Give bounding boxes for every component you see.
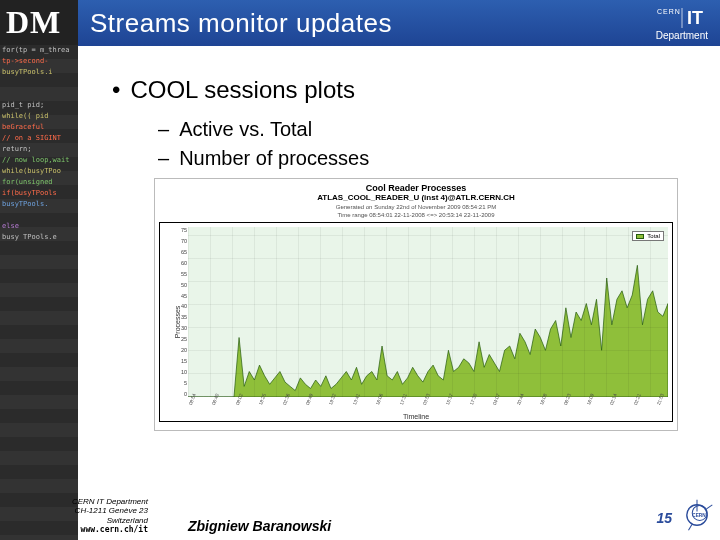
dept-url: www.cern.ch/it bbox=[18, 525, 148, 534]
svg-text:IT: IT bbox=[687, 8, 703, 28]
chart-title: Cool Reader Processes bbox=[159, 183, 673, 193]
left-sidebar: DM for(tp = m_threa tp->second- busyTPoo… bbox=[0, 0, 78, 540]
dept-l3: Switzerland bbox=[18, 516, 148, 525]
cern-logo-icon: CERN bbox=[680, 498, 714, 532]
decorative-code-art: for(tp = m_threa tp->second- busyTPools.… bbox=[0, 45, 78, 540]
dm-logo: DM bbox=[0, 0, 78, 45]
legend-label: Total bbox=[647, 233, 660, 239]
chart-generated-ts: Generated on Sunday 22nd of November 200… bbox=[159, 204, 673, 210]
area-svg bbox=[188, 227, 668, 397]
svg-text:CERN: CERN bbox=[657, 8, 681, 15]
svg-line-7 bbox=[689, 525, 692, 531]
svg-text:CERN: CERN bbox=[692, 513, 706, 518]
author: Zbigniew Baranowski bbox=[188, 518, 331, 534]
page-number: 15 bbox=[656, 510, 672, 526]
chart-subtitle: ATLAS_COOL_READER_U (inst 4)@ATLR.CERN.C… bbox=[159, 193, 673, 202]
dept-l1: CERN IT Department bbox=[18, 497, 148, 506]
y-ticks: 757065605550454035302520151050 bbox=[175, 227, 187, 397]
dept-block: CERN IT Department CH-1211 Genève 23 Swi… bbox=[18, 497, 148, 534]
chart-card: Cool Reader Processes ATLAS_COOL_READER_… bbox=[154, 178, 678, 431]
area-polygon bbox=[188, 265, 668, 397]
plot-box: Processes 757065605550454035302520151050… bbox=[159, 222, 673, 422]
slide-root: DM for(tp = m_threa tp->second- busyTPoo… bbox=[0, 0, 720, 540]
x-ticks: 08:5406:4008:0218:2502:3608:4919:3213:41… bbox=[188, 399, 668, 409]
svg-line-6 bbox=[707, 505, 713, 509]
footer: CERN IT Department CH-1211 Genève 23 Swi… bbox=[78, 497, 720, 534]
title-bar: Streams monitor updates CERN IT Departme… bbox=[78, 0, 720, 46]
main-area: Streams monitor updates CERN IT Departme… bbox=[78, 0, 720, 540]
bullet-2b: Number of processes bbox=[158, 147, 696, 170]
cern-it-icon: CERN IT bbox=[657, 6, 707, 30]
legend-swatch bbox=[636, 234, 644, 239]
logo-dept-label: Department bbox=[656, 31, 708, 41]
slide-title: Streams monitor updates bbox=[90, 8, 392, 39]
cern-it-logo: CERN IT Department bbox=[656, 6, 708, 41]
plot-area: Total bbox=[188, 227, 668, 397]
chart-time-range: Time range 08:54:01 22-11-2008 <=> 20:53… bbox=[159, 212, 673, 218]
bullet-1: COOL sessions plots bbox=[112, 76, 696, 104]
dept-l2: CH-1211 Genève 23 bbox=[18, 506, 148, 515]
legend: Total bbox=[632, 231, 664, 241]
bullet-2a: Active vs. Total bbox=[158, 118, 696, 141]
content: COOL sessions plots Active vs. Total Num… bbox=[78, 46, 720, 540]
x-axis-label: Timeline bbox=[403, 413, 429, 420]
